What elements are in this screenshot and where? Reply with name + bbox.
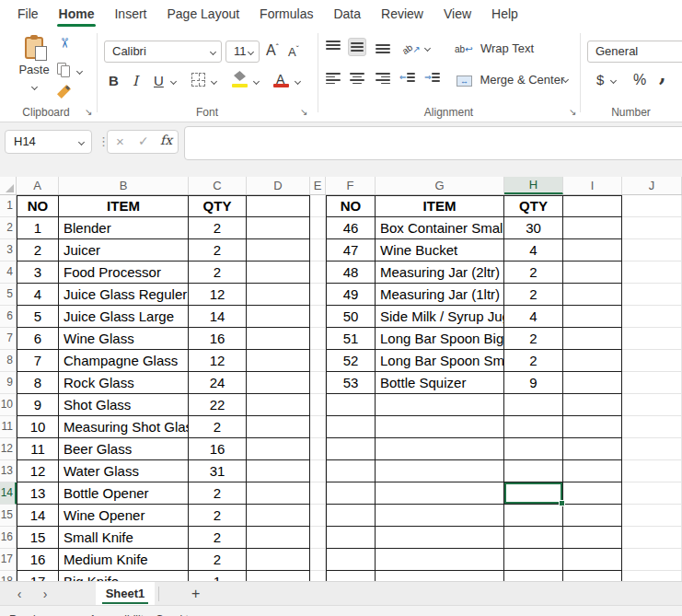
name-box-chevron-icon[interactable] [78, 139, 85, 145]
cell-C1[interactable]: QTY [189, 195, 247, 217]
row-header-9[interactable]: 9 [0, 372, 17, 394]
paste-button[interactable]: Paste [13, 35, 55, 93]
orientation-button[interactable]: ab↗ [402, 40, 421, 56]
cell-D6[interactable] [247, 306, 310, 328]
cell-C13[interactable]: 31 [189, 460, 247, 482]
grow-font-button[interactable]: Aˆ [266, 42, 279, 59]
cell-A13[interactable]: 12 [17, 460, 59, 482]
number-format-combo[interactable]: General [587, 41, 682, 63]
cell-D17[interactable] [247, 549, 310, 571]
clipboard-dialog-launcher-icon[interactable]: ↘ [85, 108, 92, 117]
cell-H4[interactable]: 2 [504, 262, 563, 284]
tab-help[interactable]: Help [481, 0, 528, 28]
cell-B17[interactable]: Medium Knife [59, 549, 189, 571]
cell-E9[interactable] [310, 372, 326, 394]
cell-D13[interactable] [247, 460, 310, 482]
cell-H8[interactable]: 2 [504, 350, 563, 372]
tab-data[interactable]: Data [323, 0, 371, 28]
cell-I9[interactable] [563, 372, 622, 394]
font-color-chevron-icon[interactable] [295, 78, 301, 85]
cell-F9[interactable]: 53 [326, 372, 376, 394]
cell-H14[interactable] [504, 482, 563, 505]
row-header-12[interactable]: 12 [0, 438, 17, 460]
cell-E5[interactable] [310, 284, 326, 306]
cell-I15[interactable] [563, 505, 622, 527]
cell-B12[interactable]: Beer Glass [59, 438, 189, 460]
cell-D2[interactable] [247, 217, 310, 239]
cell-E18[interactable] [310, 571, 326, 581]
merge-center-button[interactable]: ↔ Merge & Center [457, 71, 564, 87]
wrap-text-button[interactable]: ab↩ Wrap Text [455, 40, 534, 56]
column-header-F[interactable]: F [326, 177, 376, 194]
cell-E6[interactable] [310, 306, 326, 328]
font-dialog-launcher-icon[interactable]: ↘ [300, 108, 307, 117]
cell-E10[interactable] [310, 394, 326, 416]
row-header-13[interactable]: 13 [0, 460, 17, 482]
row-header-1[interactable]: 1 [0, 195, 17, 217]
cell-A4[interactable]: 3 [17, 262, 59, 284]
cell-B8[interactable]: Champagne Glass [59, 350, 189, 372]
tab-formulas[interactable]: Formulas [249, 0, 323, 28]
cell-J9[interactable] [622, 372, 682, 394]
column-header-B[interactable]: B [59, 177, 189, 194]
cell-D12[interactable] [247, 438, 310, 460]
cell-G4[interactable]: Measuring Jar (2ltr) [376, 262, 504, 284]
cell-C12[interactable]: 16 [189, 438, 247, 460]
middle-align-button[interactable] [348, 38, 366, 56]
cell-E2[interactable] [310, 217, 326, 239]
cell-E17[interactable] [310, 549, 326, 571]
cell-I4[interactable] [563, 262, 622, 284]
cell-I18[interactable] [563, 571, 622, 581]
select-all-corner[interactable] [0, 177, 17, 194]
cell-H1[interactable]: QTY [504, 195, 563, 217]
cell-G11[interactable] [376, 416, 504, 438]
next-sheet-icon[interactable]: › [37, 584, 53, 604]
cell-D10[interactable] [247, 394, 310, 416]
cell-F1[interactable]: NO [326, 195, 376, 217]
cell-C15[interactable]: 2 [189, 505, 247, 527]
cell-I16[interactable] [563, 527, 622, 549]
cell-E15[interactable] [310, 505, 326, 527]
row-header-8[interactable]: 8 [0, 350, 17, 372]
cancel-icon[interactable]: × [116, 134, 124, 149]
cell-J10[interactable] [622, 394, 682, 416]
alignment-dialog-launcher-icon[interactable]: ↘ [569, 108, 576, 117]
cell-A12[interactable]: 11 [17, 438, 59, 460]
cell-E7[interactable] [310, 328, 326, 350]
cell-J11[interactable] [622, 416, 682, 438]
cell-I7[interactable] [563, 328, 622, 350]
cell-I1[interactable] [563, 195, 622, 217]
cell-J18[interactable] [622, 571, 682, 581]
tab-page-layout[interactable]: Page Layout [156, 0, 249, 28]
cell-G18[interactable] [376, 571, 504, 581]
cell-H6[interactable]: 4 [504, 306, 563, 328]
cell-F7[interactable]: 51 [326, 328, 376, 350]
cell-A6[interactable]: 5 [17, 306, 59, 328]
insert-function-icon[interactable]: fx [160, 133, 172, 147]
cell-A16[interactable]: 15 [17, 527, 59, 549]
currency-button[interactable]: $ [596, 71, 604, 89]
cell-E4[interactable] [310, 262, 326, 284]
row-header-7[interactable]: 7 [0, 328, 17, 350]
cell-C5[interactable]: 12 [189, 284, 247, 306]
column-header-H[interactable]: H [504, 177, 563, 194]
cell-C3[interactable]: 2 [189, 239, 247, 262]
column-header-C[interactable]: C [189, 177, 247, 194]
cell-G15[interactable] [376, 505, 504, 527]
cell-F13[interactable] [326, 460, 376, 482]
cell-D7[interactable] [247, 328, 310, 350]
cell-I5[interactable] [563, 284, 622, 306]
row-header-14[interactable]: 14 [0, 482, 17, 505]
cell-D1[interactable] [247, 195, 310, 217]
cell-B16[interactable]: Small Knife [59, 527, 189, 549]
cell-A18[interactable]: 17 [17, 571, 59, 581]
font-size-combo[interactable]: 11 [225, 41, 260, 63]
row-header-16[interactable]: 16 [0, 527, 17, 549]
row-header-2[interactable]: 2 [0, 217, 17, 239]
cell-C9[interactable]: 24 [189, 372, 247, 394]
cell-G2[interactable]: Box Container Small [376, 217, 504, 239]
cell-B11[interactable]: Measuring Shot Glass [59, 416, 189, 438]
tab-insert[interactable]: Insert [104, 0, 156, 28]
cell-B15[interactable]: Wine Opener [59, 505, 189, 527]
cell-H7[interactable]: 2 [504, 328, 563, 350]
